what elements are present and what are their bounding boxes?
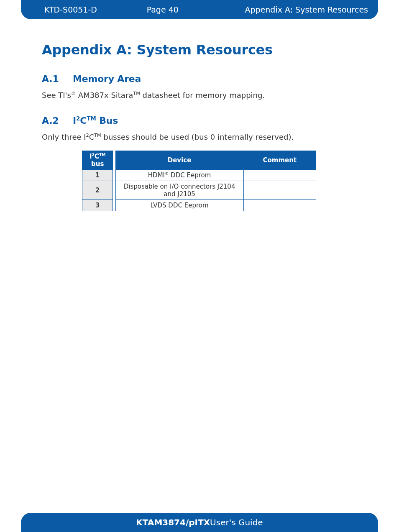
i2c-table-wrap: I2CTM bus Device Comment 1 HDMI® DDC Eep… — [82, 151, 357, 211]
section-name: Appendix A: System Resources — [245, 5, 368, 14]
section-a1-title: Memory Area — [73, 74, 141, 84]
section-a2-num: A.2 — [42, 115, 73, 126]
bus-cell: 3 — [82, 200, 113, 211]
device-cell: Disposable on I/O connectors J2104 and J… — [115, 181, 243, 200]
th-bus: I2CTM bus — [82, 151, 113, 170]
device-cell: LVDS DDC Eeprom — [115, 200, 243, 211]
section-a2-title: I2CTM Bus — [73, 115, 118, 126]
footer-product: KTAM3874/pITX — [136, 517, 210, 527]
section-a1-body: See TI's® AM387x SitaraTM datasheet for … — [42, 90, 357, 100]
page-footer: KTAM3874/pITX User's Guide — [21, 513, 378, 532]
comment-cell — [243, 181, 316, 200]
i2c-bus-table: I2CTM bus Device Comment 1 HDMI® DDC Eep… — [82, 151, 316, 211]
bus-cell: 1 — [82, 170, 113, 181]
section-a1-head: A.1 Memory Area — [42, 74, 357, 84]
th-device: Device — [115, 151, 243, 170]
comment-cell — [243, 200, 316, 211]
device-cell: HDMI® DDC Eeprom — [115, 170, 243, 181]
bus-cell: 2 — [82, 181, 113, 200]
section-a2-head: A.2 I2CTM Bus — [42, 115, 357, 126]
table-row: 3 LVDS DDC Eeprom — [82, 200, 316, 211]
page-title: Appendix A: System Resources — [42, 42, 357, 58]
page-header: KTD-S0051-D Page 40 Appendix A: System R… — [21, 0, 378, 19]
table-row: 2 Disposable on I/O connectors J2104 and… — [82, 181, 316, 200]
th-comment: Comment — [243, 151, 316, 170]
table-header-row: I2CTM bus Device Comment — [82, 151, 316, 170]
footer-rest: User's Guide — [210, 517, 263, 527]
table-row: 1 HDMI® DDC Eeprom — [82, 170, 316, 181]
comment-cell — [243, 170, 316, 181]
section-a2-body: Only three I2CTM busses should be used (… — [42, 132, 357, 142]
page-number: Page 40 — [80, 5, 245, 14]
section-a1-num: A.1 — [42, 74, 73, 84]
page-content: Appendix A: System Resources A.1 Memory … — [42, 42, 357, 211]
